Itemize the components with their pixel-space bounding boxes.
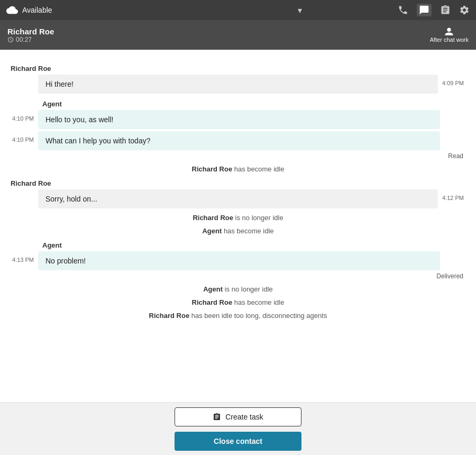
close-contact-button[interactable]: Close contact [175, 432, 301, 451]
task-icon [213, 413, 221, 421]
timer-icon [7, 37, 14, 43]
message-time: 4:10 PM [11, 131, 38, 143]
create-task-label: Create task [225, 413, 263, 421]
system-text: is no longer idle [233, 214, 283, 222]
customer-bubble: Hi there! [38, 75, 438, 94]
system-text: has become idle [232, 298, 284, 306]
chat-button[interactable] [417, 4, 432, 16]
after-chat-work-label: After chat work [430, 37, 469, 43]
table-row: 4:10 PM What can I help you with today? [11, 131, 465, 150]
spacer [11, 189, 38, 208]
agent-bubble: What can I help you with today? [38, 131, 440, 150]
contact-timer: 00:27 [7, 36, 54, 43]
system-message: Richard Roe has become idle [11, 165, 465, 173]
phone-icon [398, 5, 408, 15]
chat-icon [419, 5, 429, 15]
system-text: has been idle too long, disconnecting ag… [189, 312, 327, 320]
system-text: has become idle [222, 227, 273, 235]
settings-button[interactable] [459, 5, 470, 15]
customer-bubble: Sorry, hold on... [38, 189, 438, 208]
system-text: is no longer idle [223, 285, 273, 293]
clipboard-button[interactable] [440, 5, 451, 15]
system-message: Richard Roe has become idle [11, 298, 465, 306]
nav-center: ▾ [202, 5, 398, 15]
message-time: 4:09 PM [438, 75, 465, 94]
close-contact-label: Close contact [214, 437, 262, 445]
dropdown-button[interactable]: ▾ [298, 5, 302, 15]
message-time: 4:13 PM [11, 251, 38, 263]
system-bold: Agent [202, 227, 222, 235]
delivered-status: Delivered [11, 272, 465, 280]
table-row: Sorry, hold on... 4:12 PM [11, 189, 465, 208]
create-task-button[interactable]: Create task [175, 407, 301, 426]
message-time: 4:10 PM [11, 110, 38, 122]
system-bold: Richard Roe [192, 298, 233, 306]
phone-button[interactable] [398, 5, 408, 15]
spacer [11, 75, 38, 94]
status-label: Available [22, 6, 52, 14]
system-bold: Richard Roe [192, 165, 233, 173]
contact-info: Richard Roe 00:27 [7, 27, 54, 43]
top-navigation: Available ▾ [0, 0, 476, 20]
system-bold: Agent [203, 285, 223, 293]
system-message: Agent has become idle [11, 227, 465, 235]
clipboard-icon [440, 5, 451, 15]
timer-value: 00:27 [16, 36, 32, 43]
nav-right-icons [398, 4, 470, 16]
system-bold: Richard Roe [149, 312, 190, 320]
read-status: Read [11, 152, 465, 160]
customer-sender-label: Richard Roe [11, 179, 465, 187]
chat-area: Richard Roe Hi there! 4:09 PM Agent 4:10… [0, 50, 476, 402]
gear-icon [459, 5, 470, 15]
agent-sender-label: Agent [11, 100, 465, 108]
status-indicator: Available [6, 4, 202, 16]
after-chat-work: After chat work [430, 27, 469, 43]
bottom-bar: Create task Close contact [0, 402, 476, 455]
system-bold: Richard Roe [193, 214, 233, 222]
system-text: has become idle [232, 165, 284, 173]
system-message: Richard Roe is no longer idle [11, 214, 465, 222]
customer-sender-label: Richard Roe [11, 65, 465, 72]
agent-bubble: Hello to you, as well! [38, 110, 440, 129]
system-message: Agent is no longer idle [11, 285, 465, 293]
system-message: Richard Roe has been idle too long, disc… [11, 312, 465, 320]
cloud-icon [6, 4, 18, 16]
contact-name: Richard Roe [7, 27, 54, 36]
table-row: Hi there! 4:09 PM [11, 75, 465, 94]
agent-sender-label: Agent [11, 241, 465, 249]
person-icon [444, 27, 454, 37]
table-row: 4:13 PM No problem! [11, 251, 465, 270]
message-time: 4:12 PM [438, 189, 465, 208]
agent-bubble: No problem! [38, 251, 440, 270]
table-row: 4:10 PM Hello to you, as well! [11, 110, 465, 129]
contact-header: Richard Roe 00:27 After chat work [0, 20, 476, 50]
